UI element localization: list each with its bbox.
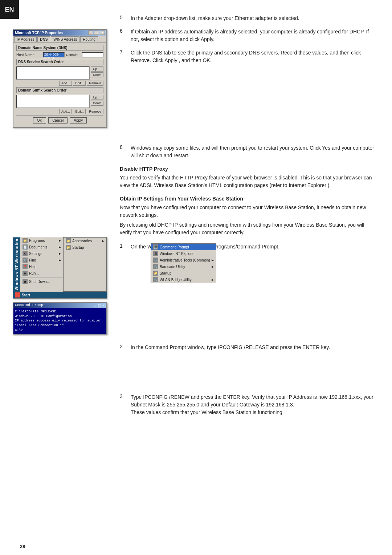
menu-run[interactable]: ▶ Run...	[20, 270, 63, 276]
start-menu-items: Windows NT Workstation 📁 Programs ▶ 📄 Do…	[13, 237, 107, 292]
tab-wins-address[interactable]: WINS Address	[51, 36, 79, 42]
domain-remove-btn[interactable]: Remove	[87, 109, 103, 114]
barricade-item[interactable]: 🔧 Barricade Utility ▶	[151, 263, 216, 270]
start-menu: Windows NT Workstation 📁 Programs ▶ 📄 Do…	[13, 237, 107, 299]
cmd-window-spacer	[120, 357, 377, 393]
settings-icon: ⚙	[23, 251, 28, 256]
barricade-icon: 🔧	[153, 264, 158, 269]
find-arrow: ▶	[59, 259, 61, 262]
startup2-item[interactable]: 📁 Startup	[151, 270, 216, 276]
startup1-icon: 📁	[66, 245, 71, 250]
documents-icon: 📄	[23, 244, 28, 250]
step-7-text: Click the DNS tab to see the primary and…	[131, 49, 377, 64]
menu-shutdown[interactable]: ⏹ Shut Down...	[20, 278, 63, 285]
shutdown-icon: ⏹	[23, 279, 28, 284]
cmd-line-2: Windows 2000 IP Configuration	[15, 314, 105, 319]
tab-ip-address[interactable]: IP Address	[14, 36, 37, 42]
dns-remove-btn[interactable]: Remove	[87, 81, 103, 86]
obtain-ip-body2: By releasing old DHCP IP settings and re…	[120, 221, 377, 236]
cmd-icon: 💻	[153, 244, 158, 250]
cmd-line-3: IP address successfully released for ada…	[15, 319, 105, 328]
domain-suffix-wrap: Up Down	[16, 95, 103, 109]
tcp-ip-dialog: Microsoft TCP/IP Properties _ □ ✕ IP Add…	[13, 29, 107, 128]
step-6: 6 If Obtain an IP address automatically …	[120, 28, 377, 43]
dns-search-btns: Up Down	[91, 66, 103, 81]
cmd-titlebar: Command Prompt _ □ ✕	[13, 303, 106, 308]
dns-search-wrap: Up Down	[16, 66, 103, 81]
dialog-titlebar: Microsoft TCP/IP Properties _ □ ✕	[13, 30, 106, 36]
menu-separator	[20, 277, 63, 278]
step-7: 7 Click the DNS tab to see the primary a…	[120, 49, 377, 64]
submenu-accessories[interactable]: 📁 Accessories ▶	[64, 238, 106, 244]
start-menu-section: Windows NT Workstation 📁 Programs ▶ 📄 Do…	[13, 237, 107, 335]
cmd-prompt-item[interactable]: 💻 Command Prompt	[151, 244, 216, 250]
domain-suffix-listbox[interactable]	[16, 95, 90, 108]
programs-icon: 📁	[23, 238, 28, 243]
dns-up-btn[interactable]: Up	[91, 66, 103, 72]
domain-suffix-section: Domain Suffix Search Order Up Down Add..…	[16, 87, 103, 114]
dns-search-label: DNS Service Search Order	[16, 59, 103, 65]
step-8-section: 8 Windows may copy some files, and will …	[120, 144, 377, 159]
domain-add-btn[interactable]: Add...	[59, 109, 72, 114]
obtain-ip-body1: Now that you have configured your comput…	[120, 204, 377, 219]
start-bar[interactable]: Start	[13, 292, 107, 298]
nt-explorer-item[interactable]: 🖥 Windows NT Explorer	[151, 250, 216, 257]
step-5-text: In the Adapter drop-down list, make sure…	[131, 15, 299, 22]
domain-up-btn[interactable]: Up	[91, 95, 103, 100]
page-number: 28	[20, 544, 25, 549]
wlan-item[interactable]: 🔧 WLAN Bridge Utility ▶	[151, 276, 216, 283]
menu-find[interactable]: 🔍 Find ▶	[20, 257, 63, 263]
obtain-step-3-num: 3	[120, 393, 127, 416]
steps-5-7: 5 In the Adapter drop-down list, make su…	[120, 15, 377, 64]
dialog-minimize-btn[interactable]: _	[88, 31, 93, 35]
domain-down-btn[interactable]: Down	[91, 101, 103, 106]
menu-programs[interactable]: 📁 Programs ▶	[20, 237, 63, 244]
settings-arrow: ▶	[59, 252, 61, 255]
domain-suffix-btns: Up Down	[91, 95, 103, 109]
ok-btn[interactable]: OK	[33, 117, 46, 123]
wlan-icon: 🔧	[153, 277, 158, 282]
accessories-icon: 📁	[66, 238, 71, 243]
menu-help[interactable]: ❓ Help	[20, 263, 63, 270]
submenu-startup[interactable]: 📁 Startup	[64, 244, 106, 251]
obtain-ip-heading: Obtain IP Settings from Your Wireless Ba…	[120, 196, 377, 202]
run-icon: ▶	[23, 271, 28, 276]
step-8: 8 Windows may copy some files, and will …	[120, 144, 377, 159]
dialog-close-btn[interactable]: ✕	[100, 31, 105, 35]
cmd-window: Command Prompt _ □ ✕ C:\>IPCONFIG /RELEA…	[13, 302, 107, 335]
explorer-icon: 🖥	[153, 251, 158, 256]
cancel-btn[interactable]: Cancel	[48, 117, 68, 123]
dns-edit-btn[interactable]: Edit...	[73, 81, 86, 86]
start-sidebar-label: Windows NT Workstation	[13, 237, 20, 292]
find-icon: 🔍	[23, 258, 28, 263]
cmd-line-1: C:\>IPCONFIG /RELEASE	[15, 309, 105, 314]
dialog-footer: OK Cancel Apply	[16, 116, 103, 125]
domain-label: Domain:	[66, 53, 81, 57]
domain-suffix-action-btns: Add... Edit... Remove	[16, 109, 103, 114]
menu-documents[interactable]: 📄 Documents ▶	[20, 244, 63, 250]
apply-btn[interactable]: Apply	[70, 117, 87, 123]
disable-http-proxy-heading: Disable HTTP Proxy	[120, 166, 377, 172]
en-badge: EN	[0, 0, 19, 19]
host-name-input[interactable]: ZEN4005-PC1d4	[43, 52, 65, 57]
startup2-icon: 📁	[153, 271, 158, 276]
menu-settings[interactable]: ⚙ Settings ▶	[20, 250, 63, 257]
domain-edit-btn[interactable]: Edit...	[73, 109, 86, 114]
dns-down-btn[interactable]: Down	[91, 72, 103, 77]
dialog-maximize-btn[interactable]: □	[94, 31, 99, 35]
dialog-title: Microsoft TCP/IP Properties	[15, 31, 63, 35]
help-icon: ❓	[23, 264, 28, 269]
tab-dns[interactable]: DNS	[37, 36, 50, 42]
admin-icon: 🔧	[153, 258, 158, 263]
dns-add-btn[interactable]: Add...	[59, 81, 72, 86]
dialog-title-buttons: _ □ ✕	[88, 31, 105, 35]
dns-search-listbox[interactable]	[16, 66, 90, 80]
programs-arrow: ▶	[59, 239, 61, 242]
accessories-submenu: 💻 Command Prompt 🖥 Windows NT Explorer 🔧…	[151, 243, 216, 283]
tab-routing[interactable]: Routing	[80, 36, 98, 42]
obtain-step-2-num: 2	[120, 344, 127, 351]
obtain-step-2: 2 In the Command Prompt window, type IPC…	[120, 344, 377, 351]
domain-input[interactable]	[82, 52, 103, 57]
admin-tools-item[interactable]: 🔧 Administrative Tools (Common) ▶	[151, 257, 216, 263]
disable-http-proxy-section: Disable HTTP Proxy You need to verify th…	[120, 166, 377, 189]
